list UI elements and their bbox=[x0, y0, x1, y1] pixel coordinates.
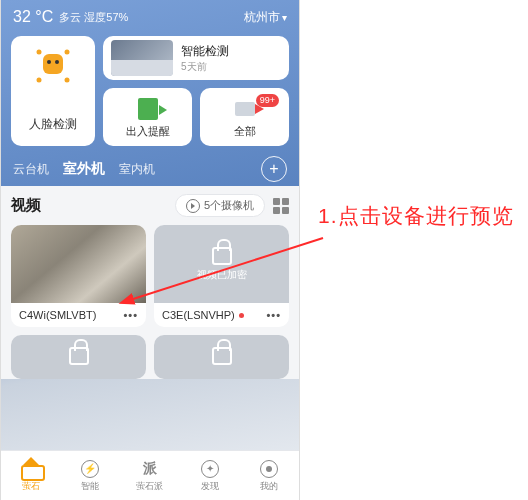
svg-point-4 bbox=[65, 50, 70, 55]
door-icon bbox=[138, 96, 158, 122]
camera-tile-3[interactable] bbox=[11, 335, 146, 379]
camera-preview-2: 视频已加密 bbox=[154, 225, 289, 303]
encrypted-text: 视频已加密 bbox=[197, 268, 247, 282]
entry-alert-card[interactable]: 出入提醒 bbox=[103, 88, 192, 146]
compass-icon: ✦ bbox=[199, 459, 221, 479]
video-section: 视频 5个摄像机 C4Wi(SMLVBT) ••• bbox=[1, 186, 299, 379]
lock-icon bbox=[212, 347, 232, 365]
annotation-text: 1.点击设备进行预览 bbox=[318, 202, 514, 230]
phone-frame: 32 °C 多云 湿度57% 杭州市 ▾ bbox=[0, 0, 300, 500]
svg-point-5 bbox=[37, 78, 42, 83]
home-icon bbox=[20, 459, 42, 479]
device-tabs: 云台机 室外机 室内机 + bbox=[1, 146, 299, 186]
camera-count-text: 5个摄像机 bbox=[204, 198, 254, 213]
lock-icon bbox=[69, 347, 89, 365]
svg-point-1 bbox=[47, 60, 51, 64]
svg-rect-0 bbox=[43, 54, 63, 74]
weather-text: 多云 湿度57% bbox=[59, 10, 128, 25]
ai-detect-card[interactable]: 智能检测 5天前 bbox=[103, 36, 289, 80]
nav-mine-label: 我的 bbox=[260, 480, 278, 493]
section-title: 视频 bbox=[11, 196, 41, 215]
temperature: 32 °C bbox=[13, 8, 53, 26]
camera-menu-2[interactable]: ••• bbox=[266, 309, 281, 321]
alert-dot-icon bbox=[239, 313, 244, 318]
camera-name-2: C3E(LSNVHP) bbox=[162, 309, 235, 321]
lock-icon bbox=[212, 247, 232, 265]
city-name: 杭州市 bbox=[244, 9, 280, 26]
play-icon bbox=[186, 199, 200, 213]
content-area: 32 °C 多云 湿度57% 杭州市 ▾ bbox=[1, 0, 299, 450]
camera-tile-4[interactable] bbox=[154, 335, 289, 379]
chevron-down-icon: ▾ bbox=[282, 12, 287, 23]
face-icon bbox=[33, 46, 73, 86]
pai-icon: 派 bbox=[139, 459, 161, 479]
feature-cards-row1: 人脸检测 智能检测 5天前 出入提醒 99+ bbox=[1, 32, 299, 146]
all-events-card[interactable]: 99+ 全部 bbox=[200, 88, 289, 146]
nav-home[interactable]: 萤石 bbox=[1, 451, 61, 500]
svg-point-2 bbox=[55, 60, 59, 64]
camera-preview-4 bbox=[154, 335, 289, 379]
svg-point-3 bbox=[37, 50, 42, 55]
nav-discover[interactable]: ✦ 发现 bbox=[180, 451, 240, 500]
camera-count-pill[interactable]: 5个摄像机 bbox=[175, 194, 265, 217]
camera-grid: C4Wi(SMLVBT) ••• 视频已加密 C3E(LSNVHP) ••• bbox=[11, 225, 289, 379]
user-icon bbox=[258, 459, 280, 479]
svg-point-6 bbox=[65, 78, 70, 83]
camera-menu-1[interactable]: ••• bbox=[123, 309, 138, 321]
nav-discover-label: 发现 bbox=[201, 480, 219, 493]
tab-ptz[interactable]: 云台机 bbox=[13, 161, 49, 178]
camera-name-1: C4Wi(SMLVBT) bbox=[19, 309, 96, 321]
nav-smart-label: 智能 bbox=[81, 480, 99, 493]
nav-mine[interactable]: 我的 bbox=[239, 451, 299, 500]
annotation-panel: 1.点击设备进行预览 bbox=[300, 0, 528, 500]
ai-detect-subtitle: 5天前 bbox=[181, 60, 229, 74]
nav-pai[interactable]: 派 萤石派 bbox=[120, 451, 180, 500]
grid-view-icon[interactable] bbox=[273, 198, 289, 214]
nav-smart[interactable]: ⚡ 智能 bbox=[61, 451, 121, 500]
tab-indoor[interactable]: 室内机 bbox=[119, 161, 155, 178]
top-bar: 32 °C 多云 湿度57% 杭州市 ▾ bbox=[1, 0, 299, 32]
entry-alert-label: 出入提醒 bbox=[126, 124, 170, 139]
bottom-nav: 萤石 ⚡ 智能 派 萤石派 ✦ 发现 我的 bbox=[1, 450, 299, 500]
camera-tile-1[interactable]: C4Wi(SMLVBT) ••• bbox=[11, 225, 146, 327]
face-detect-label: 人脸检测 bbox=[29, 116, 77, 133]
add-device-button[interactable]: + bbox=[261, 156, 287, 182]
face-detect-card[interactable]: 人脸检测 bbox=[11, 36, 95, 146]
camera-preview-3 bbox=[11, 335, 146, 379]
nav-pai-label: 萤石派 bbox=[136, 480, 163, 493]
camera-tile-2[interactable]: 视频已加密 C3E(LSNVHP) ••• bbox=[154, 225, 289, 327]
all-events-label: 全部 bbox=[234, 124, 256, 139]
camera-preview-1 bbox=[11, 225, 146, 303]
ai-detect-title: 智能检测 bbox=[181, 43, 229, 60]
nav-home-label: 萤石 bbox=[22, 480, 40, 493]
ai-detect-thumbnail bbox=[111, 40, 173, 76]
section-header: 视频 5个摄像机 bbox=[11, 194, 289, 217]
bolt-icon: ⚡ bbox=[79, 459, 101, 479]
all-icon bbox=[235, 96, 255, 122]
tab-outdoor[interactable]: 室外机 bbox=[63, 160, 105, 178]
city-selector[interactable]: 杭州市 ▾ bbox=[244, 9, 287, 26]
